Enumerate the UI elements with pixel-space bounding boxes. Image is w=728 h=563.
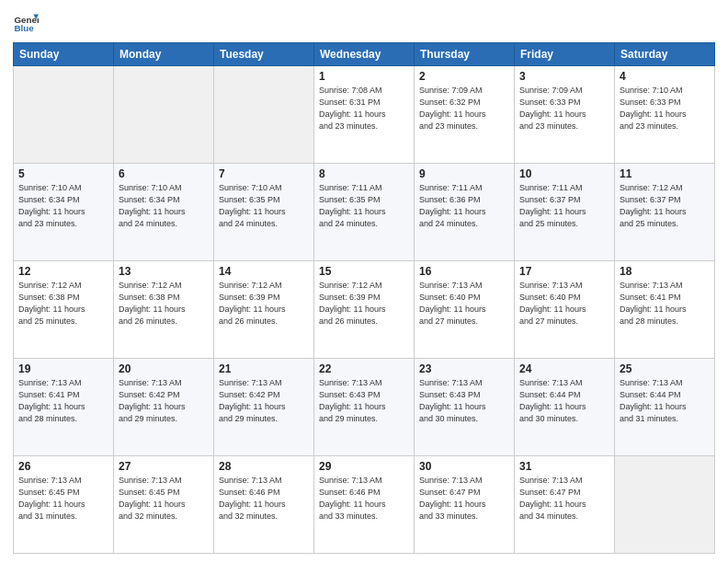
logo-icon: General Blue (13, 9, 39, 35)
week-row-4: 19Sunrise: 7:13 AMSunset: 6:41 PMDayligh… (14, 359, 715, 456)
day-cell: 4Sunrise: 7:10 AMSunset: 6:33 PMDaylight… (615, 66, 715, 164)
day-cell: 9Sunrise: 7:11 AMSunset: 6:36 PMDaylight… (415, 164, 515, 261)
day-number: 16 (419, 265, 509, 278)
day-info: Sunrise: 7:12 AMSunset: 6:38 PMDaylight:… (119, 280, 209, 327)
day-info: Sunrise: 7:10 AMSunset: 6:34 PMDaylight:… (18, 182, 108, 230)
day-cell (214, 66, 314, 164)
logo: General Blue (13, 9, 42, 35)
day-cell (615, 456, 715, 554)
day-number: 28 (219, 460, 309, 473)
day-number: 8 (319, 167, 409, 180)
day-number: 29 (319, 460, 409, 473)
day-number: 22 (319, 362, 409, 375)
day-number: 27 (119, 460, 209, 473)
day-number: 7 (219, 167, 309, 180)
day-number: 15 (319, 265, 409, 278)
day-cell: 18Sunrise: 7:13 AMSunset: 6:41 PMDayligh… (615, 261, 715, 359)
calendar-table: SundayMondayTuesdayWednesdayThursdayFrid… (13, 42, 715, 554)
day-info: Sunrise: 7:08 AMSunset: 6:31 PMDaylight:… (319, 85, 409, 132)
day-number: 14 (219, 265, 309, 278)
day-cell: 20Sunrise: 7:13 AMSunset: 6:42 PMDayligh… (114, 359, 214, 456)
day-cell: 29Sunrise: 7:13 AMSunset: 6:46 PMDayligh… (314, 456, 415, 554)
page: General Blue SundayMondayTuesdayWednesda… (0, 0, 728, 563)
day-info: Sunrise: 7:13 AMSunset: 6:42 PMDaylight:… (219, 377, 309, 425)
day-cell: 5Sunrise: 7:10 AMSunset: 6:34 PMDaylight… (14, 164, 114, 261)
day-info: Sunrise: 7:12 AMSunset: 6:39 PMDaylight:… (219, 280, 309, 327)
day-number: 23 (419, 362, 509, 375)
day-info: Sunrise: 7:11 AMSunset: 6:37 PMDaylight:… (519, 182, 609, 230)
svg-text:Blue: Blue (14, 23, 34, 33)
day-number: 12 (18, 265, 108, 278)
day-info: Sunrise: 7:11 AMSunset: 6:36 PMDaylight:… (419, 182, 509, 230)
day-cell: 6Sunrise: 7:10 AMSunset: 6:34 PMDaylight… (114, 164, 214, 261)
day-cell: 25Sunrise: 7:13 AMSunset: 6:44 PMDayligh… (615, 359, 715, 456)
day-cell: 16Sunrise: 7:13 AMSunset: 6:40 PMDayligh… (415, 261, 515, 359)
week-row-5: 26Sunrise: 7:13 AMSunset: 6:45 PMDayligh… (14, 456, 715, 554)
day-number: 26 (18, 460, 108, 473)
calendar-header-row: SundayMondayTuesdayWednesdayThursdayFrid… (14, 43, 715, 66)
day-number: 3 (519, 70, 609, 83)
day-number: 18 (620, 265, 710, 278)
day-number: 21 (219, 362, 309, 375)
day-number: 30 (419, 460, 509, 473)
day-number: 17 (519, 265, 609, 278)
day-info: Sunrise: 7:13 AMSunset: 6:44 PMDaylight:… (519, 377, 609, 425)
week-row-2: 5Sunrise: 7:10 AMSunset: 6:34 PMDaylight… (14, 164, 715, 261)
day-info: Sunrise: 7:12 AMSunset: 6:38 PMDaylight:… (18, 280, 108, 327)
day-cell: 8Sunrise: 7:11 AMSunset: 6:35 PMDaylight… (314, 164, 415, 261)
day-number: 24 (519, 362, 609, 375)
day-cell (114, 66, 214, 164)
day-cell: 10Sunrise: 7:11 AMSunset: 6:37 PMDayligh… (515, 164, 615, 261)
day-info: Sunrise: 7:13 AMSunset: 6:43 PMDaylight:… (419, 377, 509, 425)
day-info: Sunrise: 7:13 AMSunset: 6:41 PMDaylight:… (18, 377, 108, 425)
day-number: 25 (620, 362, 710, 375)
day-info: Sunrise: 7:13 AMSunset: 6:47 PMDaylight:… (419, 475, 509, 523)
day-number: 19 (18, 362, 108, 375)
day-info: Sunrise: 7:13 AMSunset: 6:46 PMDaylight:… (219, 475, 309, 523)
day-info: Sunrise: 7:09 AMSunset: 6:32 PMDaylight:… (419, 85, 509, 132)
day-cell: 28Sunrise: 7:13 AMSunset: 6:46 PMDayligh… (214, 456, 314, 554)
week-row-1: 1Sunrise: 7:08 AMSunset: 6:31 PMDaylight… (14, 66, 715, 164)
day-cell: 27Sunrise: 7:13 AMSunset: 6:45 PMDayligh… (114, 456, 214, 554)
day-number: 31 (519, 460, 609, 473)
day-number: 2 (419, 70, 509, 83)
day-info: Sunrise: 7:13 AMSunset: 6:44 PMDaylight:… (620, 377, 710, 425)
day-info: Sunrise: 7:10 AMSunset: 6:34 PMDaylight:… (119, 182, 209, 230)
day-info: Sunrise: 7:13 AMSunset: 6:45 PMDaylight:… (18, 475, 108, 523)
day-cell: 21Sunrise: 7:13 AMSunset: 6:42 PMDayligh… (214, 359, 314, 456)
day-info: Sunrise: 7:13 AMSunset: 6:47 PMDaylight:… (519, 475, 609, 523)
day-cell: 3Sunrise: 7:09 AMSunset: 6:33 PMDaylight… (515, 66, 615, 164)
day-cell: 17Sunrise: 7:13 AMSunset: 6:40 PMDayligh… (515, 261, 615, 359)
day-number: 6 (119, 167, 209, 180)
day-cell: 7Sunrise: 7:10 AMSunset: 6:35 PMDaylight… (214, 164, 314, 261)
day-number: 4 (620, 70, 710, 83)
day-cell: 19Sunrise: 7:13 AMSunset: 6:41 PMDayligh… (14, 359, 114, 456)
day-number: 10 (519, 167, 609, 180)
day-cell: 1Sunrise: 7:08 AMSunset: 6:31 PMDaylight… (314, 66, 415, 164)
day-cell: 22Sunrise: 7:13 AMSunset: 6:43 PMDayligh… (314, 359, 415, 456)
col-header-thursday: Thursday (415, 43, 515, 66)
day-info: Sunrise: 7:13 AMSunset: 6:43 PMDaylight:… (319, 377, 409, 425)
day-cell: 11Sunrise: 7:12 AMSunset: 6:37 PMDayligh… (615, 164, 715, 261)
day-cell: 30Sunrise: 7:13 AMSunset: 6:47 PMDayligh… (415, 456, 515, 554)
day-cell: 12Sunrise: 7:12 AMSunset: 6:38 PMDayligh… (14, 261, 114, 359)
col-header-tuesday: Tuesday (214, 43, 314, 66)
col-header-wednesday: Wednesday (314, 43, 415, 66)
day-number: 9 (419, 167, 509, 180)
day-info: Sunrise: 7:11 AMSunset: 6:35 PMDaylight:… (319, 182, 409, 230)
day-info: Sunrise: 7:10 AMSunset: 6:35 PMDaylight:… (219, 182, 309, 230)
day-info: Sunrise: 7:13 AMSunset: 6:46 PMDaylight:… (319, 475, 409, 523)
day-number: 20 (119, 362, 209, 375)
day-info: Sunrise: 7:13 AMSunset: 6:42 PMDaylight:… (119, 377, 209, 425)
col-header-sunday: Sunday (14, 43, 114, 66)
day-cell: 24Sunrise: 7:13 AMSunset: 6:44 PMDayligh… (515, 359, 615, 456)
day-info: Sunrise: 7:13 AMSunset: 6:40 PMDaylight:… (419, 280, 509, 327)
day-cell (14, 66, 114, 164)
day-cell: 31Sunrise: 7:13 AMSunset: 6:47 PMDayligh… (515, 456, 615, 554)
day-cell: 23Sunrise: 7:13 AMSunset: 6:43 PMDayligh… (415, 359, 515, 456)
day-number: 11 (620, 167, 710, 180)
day-cell: 13Sunrise: 7:12 AMSunset: 6:38 PMDayligh… (114, 261, 214, 359)
day-cell: 14Sunrise: 7:12 AMSunset: 6:39 PMDayligh… (214, 261, 314, 359)
day-info: Sunrise: 7:10 AMSunset: 6:33 PMDaylight:… (620, 85, 710, 132)
day-number: 1 (319, 70, 409, 83)
